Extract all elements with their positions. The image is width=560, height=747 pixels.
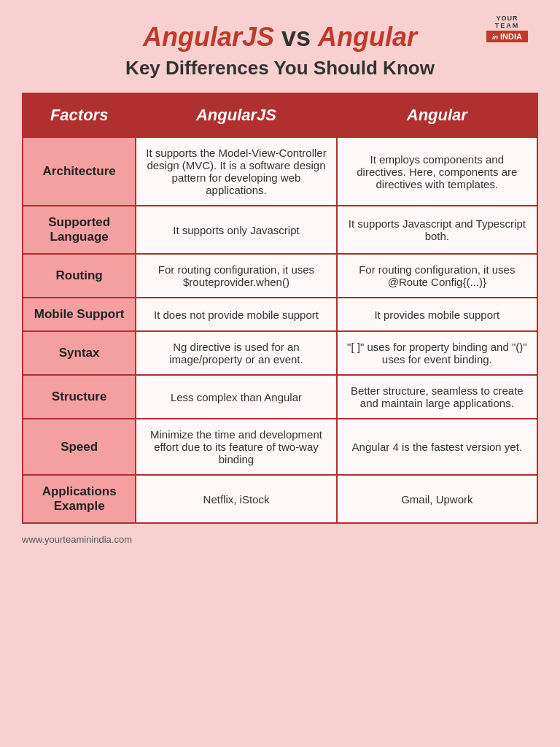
table-row: StructureLess complex than AngularBetter… bbox=[23, 375, 537, 419]
logo-in: in bbox=[492, 34, 498, 41]
angular-text: Angular 4 is the fastest version yet. bbox=[352, 441, 522, 453]
angular-cell: For routing configuration, it uses @Rout… bbox=[337, 254, 537, 298]
angular-cell: Angular 4 is the fastest version yet. bbox=[337, 419, 537, 475]
header-area: YOUR TEAM in INDIA AngularJS vs Angular … bbox=[22, 15, 538, 80]
table-row: Supported LanguageIt supports only Javas… bbox=[23, 206, 537, 254]
angular-text: "[ ]" uses for property binding and "()"… bbox=[347, 341, 526, 365]
table-row: RoutingFor routing configuration, it use… bbox=[23, 254, 537, 298]
angular-cell: Better structure, seamless to create and… bbox=[337, 375, 537, 419]
angularjs-cell: Netflix, iStock bbox=[136, 475, 336, 523]
angular-text: Better structure, seamless to create and… bbox=[351, 384, 524, 409]
table-row: SyntaxNg directive is used for an image/… bbox=[23, 331, 537, 375]
logo-india-box: in INDIA bbox=[486, 31, 528, 42]
factor-cell: Syntax bbox=[23, 331, 136, 375]
angularjs-cell: It supports the Model-View-Controller de… bbox=[136, 137, 336, 206]
main-title: AngularJS vs Angular bbox=[22, 22, 538, 53]
angularjs-cell: Minimize the time and development effort… bbox=[136, 419, 336, 475]
table-row: SpeedMinimize the time and development e… bbox=[23, 419, 537, 475]
footer-url: www.yourteaminindia.com bbox=[22, 534, 132, 545]
angularjs-text: Minimize the time and development effort… bbox=[150, 428, 322, 465]
logo-team: TEAM bbox=[476, 22, 538, 29]
logo: YOUR TEAM in INDIA bbox=[476, 15, 538, 44]
angularjs-cell: Ng directive is used for an image/proper… bbox=[136, 331, 336, 375]
angularjs-cell: It supports only Javascript bbox=[136, 206, 336, 254]
factor-cell: Applications Example bbox=[23, 475, 136, 523]
angular-cell: Gmail, Upwork bbox=[337, 475, 537, 523]
col-angular-header: Angular bbox=[337, 93, 537, 137]
factor-cell: Mobile Support bbox=[23, 298, 136, 331]
angularjs-text: It supports the Model-View-Controller de… bbox=[146, 147, 326, 196]
factor-cell: Supported Language bbox=[23, 206, 136, 254]
factor-cell: Architecture bbox=[23, 137, 136, 206]
angularjs-text: It does not provide mobile support bbox=[154, 309, 319, 321]
factor-cell: Speed bbox=[23, 419, 136, 475]
table-row: Applications ExampleNetflix, iStockGmail… bbox=[23, 475, 537, 523]
angular-text: Gmail, Upwork bbox=[401, 493, 472, 506]
angular-cell: It employs components and directives. He… bbox=[337, 137, 537, 206]
factor-cell: Structure bbox=[23, 375, 136, 419]
angular-cell: It supports Javascript and Typescript bo… bbox=[337, 206, 537, 254]
angularjs-cell: For routing configuration, it uses $rout… bbox=[136, 254, 336, 298]
angularjs-text: It supports only Javascript bbox=[173, 224, 299, 236]
title-angular: Angular bbox=[318, 22, 417, 52]
angularjs-text: Netflix, iStock bbox=[203, 493, 270, 506]
table-header-row: Factors AngularJS Angular bbox=[23, 93, 537, 137]
angular-text: It employs components and directives. He… bbox=[357, 153, 517, 190]
angularjs-cell: Less complex than Angular bbox=[136, 375, 336, 419]
angularjs-text: For routing configuration, it uses $rout… bbox=[158, 263, 314, 288]
angular-cell: It provides mobile support bbox=[337, 298, 537, 331]
factor-cell: Routing bbox=[23, 254, 136, 298]
col-angularjs-header: AngularJS bbox=[136, 93, 336, 137]
comparison-table: Factors AngularJS Angular ArchitectureIt… bbox=[22, 93, 538, 524]
logo-india-text: INDIA bbox=[500, 32, 522, 41]
title-angularjs: AngularJS bbox=[143, 22, 274, 52]
angular-text: It supports Javascript and Typescript bo… bbox=[349, 217, 526, 242]
angular-cell: "[ ]" uses for property binding and "()"… bbox=[337, 331, 537, 375]
table-body: ArchitectureIt supports the Model-View-C… bbox=[23, 137, 537, 523]
angularjs-cell: It does not provide mobile support bbox=[136, 298, 336, 331]
angularjs-text: Ng directive is used for an image/proper… bbox=[169, 341, 303, 365]
footer: www.yourteaminindia.com bbox=[22, 534, 538, 545]
logo-your: YOUR bbox=[476, 15, 538, 22]
angular-text: For routing configuration, it uses @Rout… bbox=[359, 263, 515, 288]
table-row: Mobile SupportIt does not provide mobile… bbox=[23, 298, 537, 331]
title-vs: vs bbox=[274, 22, 318, 52]
angular-text: It provides mobile support bbox=[374, 309, 499, 321]
table-row: ArchitectureIt supports the Model-View-C… bbox=[23, 137, 537, 206]
sub-title: Key Differences You Should Know bbox=[22, 57, 538, 80]
angularjs-text: Less complex than Angular bbox=[171, 391, 302, 403]
col-factors-header: Factors bbox=[23, 93, 136, 137]
